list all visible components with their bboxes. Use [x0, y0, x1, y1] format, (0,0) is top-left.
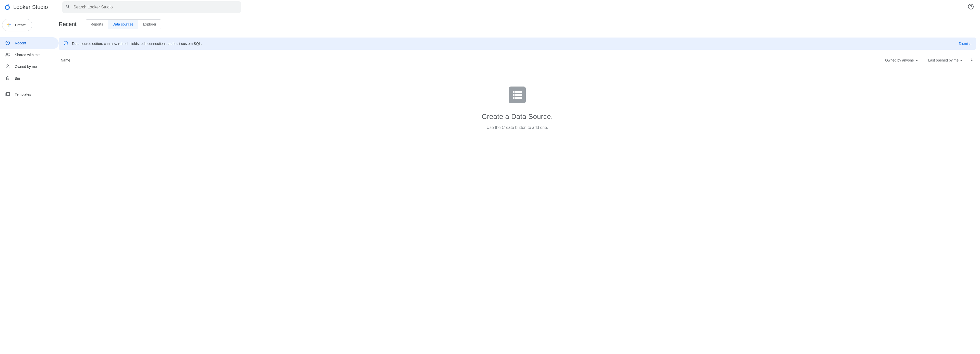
svg-point-3 — [970, 8, 971, 8]
help-icon — [968, 3, 974, 11]
sort-label: Last opened by me — [928, 58, 959, 62]
svg-rect-12 — [515, 91, 522, 92]
main-header: Recent Reports Data sources Explorer — [59, 14, 976, 34]
owner-filter-dropdown[interactable]: Owned by anyone — [885, 58, 918, 62]
plus-icon — [6, 22, 12, 29]
column-name[interactable]: Name — [61, 58, 875, 62]
empty-state-subtitle: Use the Create button to add one. — [487, 125, 548, 130]
svg-rect-11 — [513, 91, 514, 92]
svg-point-0 — [5, 5, 9, 9]
svg-point-6 — [8, 53, 9, 54]
svg-point-7 — [7, 65, 9, 66]
sidebar-nav: Recent Shared with me Owned by me Bin — [0, 37, 59, 100]
tab-group: Reports Data sources Explorer — [86, 19, 161, 29]
sidebar-item-owned[interactable]: Owned by me — [0, 61, 59, 72]
svg-point-5 — [6, 53, 8, 54]
create-button-label: Create — [15, 23, 26, 27]
sidebar-item-label: Recent — [15, 41, 26, 45]
sidebar-item-label: Shared with me — [15, 53, 40, 57]
sidebar-item-label: Templates — [15, 92, 31, 96]
empty-state: Create a Data Source. Use the Create but… — [59, 86, 976, 130]
svg-point-2 — [968, 4, 974, 9]
search-bar[interactable] — [62, 1, 241, 13]
svg-rect-8 — [6, 92, 10, 96]
arrow-down-icon — [970, 58, 974, 62]
info-icon — [63, 41, 68, 47]
tab-reports[interactable]: Reports — [86, 20, 108, 29]
sidebar-item-shared[interactable]: Shared with me — [0, 49, 59, 61]
data-source-icon — [509, 86, 526, 104]
people-icon — [5, 52, 10, 58]
chevron-down-icon — [915, 58, 918, 62]
clock-icon — [5, 40, 10, 46]
list-header: Name Owned by anyone Last opened by me — [59, 54, 976, 66]
sidebar-divider — [0, 87, 59, 87]
main-content: Recent Reports Data sources Explorer Dat… — [59, 14, 980, 354]
looker-studio-icon — [4, 3, 11, 11]
sidebar-item-label: Owned by me — [15, 65, 37, 69]
sidebar: Create Recent Shared with me Owned by me — [0, 14, 59, 354]
owner-filter-label: Owned by anyone — [885, 58, 914, 62]
sidebar-item-bin[interactable]: Bin — [0, 72, 59, 84]
banner-dismiss-button[interactable]: Dismiss — [959, 41, 971, 46]
sort-direction-button[interactable] — [970, 58, 974, 62]
svg-rect-16 — [515, 97, 522, 99]
info-banner: Data source editors can now refresh fiel… — [59, 38, 976, 50]
app-header: Looker Studio — [0, 0, 980, 14]
search-icon — [65, 4, 70, 10]
sort-dropdown[interactable]: Last opened by me — [928, 58, 963, 62]
sidebar-item-recent[interactable]: Recent — [0, 37, 59, 49]
svg-point-10 — [65, 42, 66, 43]
templates-icon — [5, 92, 10, 97]
product-title: Looker Studio — [13, 4, 48, 10]
product-logo[interactable]: Looker Studio — [4, 3, 48, 11]
svg-rect-15 — [513, 97, 514, 99]
tab-explorer[interactable]: Explorer — [138, 20, 161, 29]
svg-rect-13 — [513, 94, 514, 96]
tab-data-sources[interactable]: Data sources — [108, 20, 138, 29]
sidebar-item-label: Bin — [15, 76, 20, 80]
empty-state-title: Create a Data Source. — [482, 113, 553, 121]
sidebar-item-templates[interactable]: Templates — [0, 89, 59, 100]
search-input[interactable] — [73, 5, 238, 10]
banner-text: Data source editors can now refresh fiel… — [72, 41, 955, 46]
create-button[interactable]: Create — [2, 19, 32, 31]
chevron-down-icon — [960, 58, 963, 62]
page-title: Recent — [59, 21, 76, 27]
help-button[interactable] — [966, 2, 976, 12]
person-icon — [5, 64, 10, 70]
svg-rect-14 — [515, 94, 522, 96]
trash-icon — [5, 75, 10, 81]
